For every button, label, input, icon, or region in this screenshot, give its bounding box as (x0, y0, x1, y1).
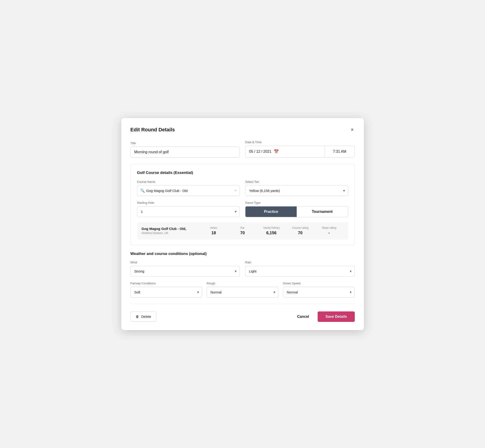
yards-stat: Yards(Yellow) 6,156 (257, 226, 286, 235)
weather-section-title: Weather and course conditions (optional) (130, 252, 355, 256)
date-time-row: 05 / 12 / 2021 📅 7:31 AM (245, 146, 355, 158)
rain-group: Rain None Light Moderate Heavy ▾ (245, 261, 355, 277)
select-tee-dropdown[interactable]: Yellow (6,156 yards) (245, 185, 348, 196)
game-type-label: Game Type (245, 201, 348, 204)
wind-label: Wind (130, 261, 240, 264)
close-button[interactable]: × (350, 126, 355, 133)
fairway-group: Fairway Conditions Hard Normal Soft Very… (130, 282, 202, 297)
fairway-label: Fairway Conditions (130, 282, 202, 285)
course-name-input[interactable] (137, 185, 240, 196)
wind-dropdown[interactable]: None Light Moderate Strong Very Strong (130, 266, 240, 277)
trash-icon: 🗑 (136, 315, 139, 319)
search-icon: 🔍 (140, 189, 145, 193)
select-tee-group: Select Tee Yellow (6,156 yards) ▾ (245, 180, 348, 196)
starting-hole-dropdown[interactable]: 1 (137, 206, 240, 217)
rough-dropdown[interactable]: Short Normal Long (207, 287, 278, 297)
green-speed-wrapper: Slow Normal Fast Very Fast ▾ (283, 287, 355, 297)
course-rating-value: 70 (286, 231, 315, 235)
course-rating-label: Course rating (286, 226, 315, 230)
rough-label: Rough (207, 282, 278, 285)
course-name-group: Course Name 🔍 × (137, 180, 240, 196)
rough-wrapper: Short Normal Long ▾ (207, 287, 278, 297)
date-time-label: Date & Time (245, 140, 355, 144)
footer-divider (130, 304, 355, 304)
rain-wrapper: None Light Moderate Heavy ▾ (245, 266, 355, 277)
slope-rating-stat: Slope rating - (315, 226, 344, 235)
rough-group: Rough Short Normal Long ▾ (207, 282, 278, 297)
conditions-row: Fairway Conditions Hard Normal Soft Very… (130, 282, 355, 297)
title-field-group: Title (130, 141, 240, 158)
tournament-toggle-button[interactable]: Tournament (297, 207, 348, 217)
starting-hole-label: Starting Hole (137, 201, 240, 204)
course-info-name: Gog Magog Golf Club - Old, (142, 227, 199, 231)
clear-icon[interactable]: × (234, 189, 237, 192)
title-input[interactable] (130, 147, 240, 158)
holes-label: Holes (199, 226, 228, 230)
time-text: 7:31 AM (333, 150, 346, 154)
weather-section: Weather and course conditions (optional)… (130, 252, 355, 297)
course-name-block: Gog Magog Golf Club - Old, Shelford Bott… (142, 227, 199, 235)
course-search-wrapper: 🔍 × (137, 185, 240, 196)
calendar-icon: 📅 (274, 149, 279, 154)
rain-dropdown[interactable]: None Light Moderate Heavy (245, 266, 355, 277)
starting-hole-group: Starting Hole 1 ▾ (137, 201, 240, 217)
practice-toggle-button[interactable]: Practice (245, 207, 297, 217)
date-part[interactable]: 05 / 12 / 2021 📅 (245, 146, 325, 157)
wind-wrapper: None Light Moderate Strong Very Strong ▾ (130, 266, 240, 277)
slope-rating-label: Slope rating (315, 226, 344, 230)
rain-label: Rain (245, 261, 355, 264)
course-name-label: Course Name (137, 180, 240, 184)
holes-value: 18 (199, 231, 228, 235)
course-info-row: Gog Magog Golf Club - Old, Shelford Bott… (137, 222, 348, 240)
game-type-toggle: Practice Tournament (245, 206, 348, 217)
select-tee-wrapper: Yellow (6,156 yards) ▾ (245, 185, 348, 196)
date-time-field-group: Date & Time 05 / 12 / 2021 📅 7:31 AM (245, 140, 355, 158)
footer-right: Cancel Save Details (295, 312, 355, 322)
save-button[interactable]: Save Details (318, 312, 355, 322)
modal-footer: 🗑 Delete Cancel Save Details (130, 312, 355, 322)
title-label: Title (130, 141, 240, 145)
course-tee-row: Course Name 🔍 × Select Tee Yellow (6,156… (137, 180, 348, 196)
holes-stat: Holes 18 (199, 226, 228, 235)
top-row: Title Date & Time 05 / 12 / 2021 📅 7:31 … (130, 140, 355, 158)
par-label: Par (228, 226, 257, 230)
par-value: 70 (228, 231, 257, 235)
course-info-location: Shelford Bottom, UK (142, 231, 199, 235)
game-type-group: Game Type Practice Tournament (245, 201, 348, 217)
green-speed-dropdown[interactable]: Slow Normal Fast Very Fast (283, 287, 355, 297)
delete-label: Delete (141, 315, 151, 319)
fairway-wrapper: Hard Normal Soft Very Soft ▾ (130, 287, 202, 297)
hole-gametype-row: Starting Hole 1 ▾ Game Type Practice Tou… (137, 201, 348, 217)
fairway-dropdown[interactable]: Hard Normal Soft Very Soft (130, 287, 202, 297)
golf-course-section: Golf Course details (Essential) Course N… (130, 164, 355, 245)
yards-label: Yards(Yellow) (257, 226, 286, 230)
par-stat: Par 70 (228, 226, 257, 235)
starting-hole-wrapper: 1 ▾ (137, 206, 240, 217)
modal-title: Edit Round Details (130, 127, 175, 133)
golf-section-title: Golf Course details (Essential) (137, 170, 348, 175)
time-part[interactable]: 7:31 AM (325, 146, 355, 157)
green-speed-label: Green Speed (283, 282, 355, 285)
select-tee-label: Select Tee (245, 180, 348, 184)
course-rating-stat: Course rating 70 (286, 226, 315, 235)
cancel-button[interactable]: Cancel (295, 312, 311, 322)
wind-group: Wind None Light Moderate Strong Very Str… (130, 261, 240, 277)
edit-round-modal: Edit Round Details × Title Date & Time 0… (121, 118, 364, 330)
date-text: 05 / 12 / 2021 (249, 150, 271, 154)
modal-header: Edit Round Details × (130, 126, 355, 133)
slope-rating-value: - (315, 231, 344, 235)
delete-button[interactable]: 🗑 Delete (130, 312, 156, 322)
green-speed-group: Green Speed Slow Normal Fast Very Fast ▾ (283, 282, 355, 297)
yards-value: 6,156 (257, 231, 286, 235)
wind-rain-row: Wind None Light Moderate Strong Very Str… (130, 261, 355, 277)
